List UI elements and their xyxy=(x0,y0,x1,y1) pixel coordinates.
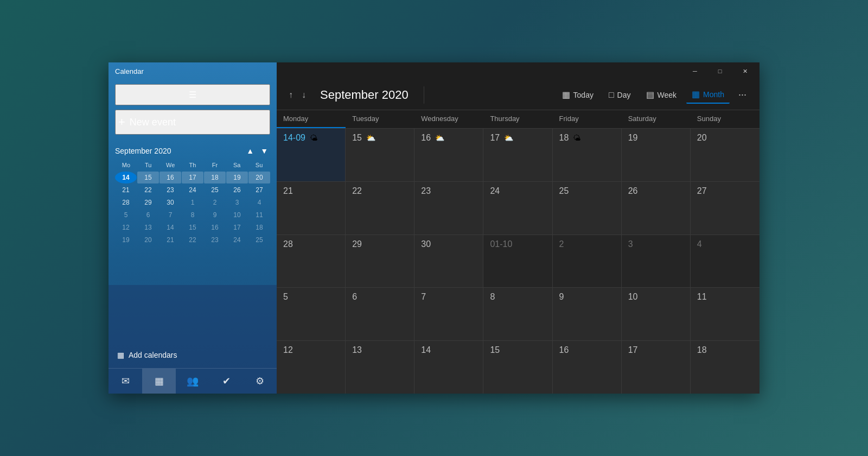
mini-cal-cell[interactable]: 21 xyxy=(115,184,137,196)
mini-cal-next-button[interactable]: ▼ xyxy=(258,145,270,156)
tasks-button[interactable]: ✔ xyxy=(209,369,243,394)
calendar-cell[interactable]: 8 xyxy=(483,288,552,340)
calendar-cell[interactable]: 17 xyxy=(622,341,691,394)
calendar-cell[interactable]: 12 xyxy=(277,341,346,394)
mini-cal-cell[interactable]: 10 xyxy=(226,209,248,221)
mini-cal-cell[interactable]: 4 xyxy=(248,197,270,208)
mini-cal-cell[interactable]: 23 xyxy=(204,234,226,246)
mini-cal-cell[interactable]: 26 xyxy=(226,184,248,196)
calendar-cell[interactable]: 17⛅ xyxy=(483,129,552,181)
mini-cal-cell[interactable]: 8 xyxy=(182,209,203,221)
mini-cal-cell[interactable]: 23 xyxy=(159,184,181,196)
calendar-cell[interactable]: 15 xyxy=(483,341,552,394)
mini-cal-cell[interactable]: 18 xyxy=(248,221,270,233)
calendar-cell[interactable]: 11 xyxy=(691,288,760,340)
mini-cal-cell[interactable]: 7 xyxy=(159,209,181,221)
mini-cal-cell[interactable]: 22 xyxy=(182,234,203,246)
prev-button[interactable]: ↑ xyxy=(285,88,296,102)
mini-cal-cell[interactable]: 14 xyxy=(115,172,137,183)
mini-cal-day-fr: Fr xyxy=(203,161,226,169)
calendar-cell[interactable]: 16⛅ xyxy=(414,129,483,181)
calendar-cell[interactable]: 28 xyxy=(277,235,346,288)
calendar-cell[interactable]: 27 xyxy=(691,182,760,235)
mini-cal-cell[interactable]: 17 xyxy=(226,221,248,233)
month-button[interactable]: ▦ Month xyxy=(686,86,730,104)
mini-cal-days-header: Mo Tu We Th Fr Sa Su xyxy=(115,161,270,169)
mini-cal-cell[interactable]: 25 xyxy=(248,234,270,246)
calendar-cell[interactable]: 14-09🌤 xyxy=(277,129,346,181)
mini-cal-cell[interactable]: 24 xyxy=(226,234,248,246)
calendar-cell[interactable]: 22 xyxy=(346,182,414,235)
mini-cal-cell[interactable]: 28 xyxy=(115,197,137,208)
calendar-cell[interactable]: 19 xyxy=(622,129,691,181)
calendar-cell[interactable]: 26 xyxy=(622,182,691,235)
mini-cal-cell[interactable]: 20 xyxy=(137,234,159,246)
calendar-cell[interactable]: 29 xyxy=(346,235,414,288)
calendar-cell[interactable]: 2 xyxy=(553,235,622,288)
calendar-cell[interactable]: 9 xyxy=(553,288,622,340)
calendar-cell[interactable]: 13 xyxy=(346,341,414,394)
minimize-button[interactable]: ─ xyxy=(682,62,707,80)
calendar-cell[interactable]: 4 xyxy=(691,235,760,288)
maximize-button[interactable]: □ xyxy=(707,62,732,80)
calendar-cell[interactable]: 20 xyxy=(691,129,760,181)
mini-cal-cell[interactable]: 29 xyxy=(137,197,159,208)
close-button[interactable]: ✕ xyxy=(732,62,757,80)
mini-cal-cell[interactable]: 15 xyxy=(182,221,203,233)
calendar-cell[interactable]: 23 xyxy=(414,182,483,235)
mini-cal-cell[interactable]: 1 xyxy=(182,197,203,208)
calendar-cell[interactable]: 10 xyxy=(622,288,691,340)
calendar-cell[interactable]: 24 xyxy=(483,182,552,235)
cell-date: 10 xyxy=(628,292,638,302)
calendar-cell[interactable]: 21 xyxy=(277,182,346,235)
add-calendars-button[interactable]: ▦ Add calendars xyxy=(115,346,270,364)
calendar-cell[interactable]: 7 xyxy=(414,288,483,340)
mini-cal-cell[interactable]: 12 xyxy=(115,221,137,233)
hamburger-button[interactable]: ☰ xyxy=(115,84,270,105)
calendar-cell[interactable]: 14 xyxy=(414,341,483,394)
week-button[interactable]: ▤ Week xyxy=(641,86,682,103)
new-event-button[interactable]: + New event xyxy=(115,110,270,135)
calendar-button[interactable]: ▦ xyxy=(142,369,176,394)
mini-cal-cell[interactable]: 24 xyxy=(182,184,203,196)
mini-cal-cell[interactable]: 22 xyxy=(137,184,159,196)
mini-cal-cell[interactable]: 19 xyxy=(226,172,248,183)
mini-cal-cell[interactable]: 2 xyxy=(204,197,226,208)
mini-cal-cell[interactable]: 15 xyxy=(137,172,159,183)
day-button[interactable]: □ Day xyxy=(603,87,636,103)
mini-cal-cell[interactable]: 14 xyxy=(159,221,181,233)
mini-cal-cell[interactable]: 16 xyxy=(204,221,226,233)
mini-cal-cell[interactable]: 13 xyxy=(137,221,159,233)
mini-cal-prev-button[interactable]: ▲ xyxy=(244,145,256,156)
next-button[interactable]: ↓ xyxy=(298,88,309,102)
mini-cal-cell[interactable]: 3 xyxy=(226,197,248,208)
calendar-cell[interactable]: 3 xyxy=(622,235,691,288)
people-button[interactable]: 👥 xyxy=(176,369,209,394)
mini-cal-cell[interactable]: 5 xyxy=(115,209,137,221)
settings-button[interactable]: ⚙ xyxy=(243,369,277,394)
calendar-cell[interactable]: 16 xyxy=(553,341,622,394)
mini-cal-cell[interactable]: 16 xyxy=(159,172,181,183)
mini-cal-cell[interactable]: 27 xyxy=(248,184,270,196)
mini-cal-cell[interactable]: 30 xyxy=(159,197,181,208)
calendar-cell[interactable]: 18🌤 xyxy=(553,129,622,181)
more-options-button[interactable]: ··· xyxy=(734,87,751,103)
calendar-cell[interactable]: 25 xyxy=(553,182,622,235)
calendar-cell[interactable]: 30 xyxy=(414,235,483,288)
mini-cal-cell[interactable]: 19 xyxy=(115,234,137,246)
calendar-cell[interactable]: 6 xyxy=(346,288,414,340)
mail-button[interactable]: ✉ xyxy=(108,369,142,394)
mini-cal-cell[interactable]: 6 xyxy=(137,209,159,221)
calendar-cell[interactable]: 01-10 xyxy=(483,235,552,288)
mini-cal-cell[interactable]: 20 xyxy=(248,172,270,183)
calendar-cell[interactable]: 15⛅ xyxy=(346,129,414,181)
mini-cal-cell[interactable]: 25 xyxy=(204,184,226,196)
mini-cal-cell[interactable]: 18 xyxy=(204,172,226,183)
calendar-cell[interactable]: 18 xyxy=(691,341,760,394)
today-button[interactable]: ▦ Today xyxy=(557,86,599,103)
calendar-cell[interactable]: 5 xyxy=(277,288,346,340)
mini-cal-cell[interactable]: 9 xyxy=(204,209,226,221)
mini-cal-cell[interactable]: 21 xyxy=(159,234,181,246)
mini-cal-cell[interactable]: 17 xyxy=(182,172,203,183)
mini-cal-cell[interactable]: 11 xyxy=(248,209,270,221)
